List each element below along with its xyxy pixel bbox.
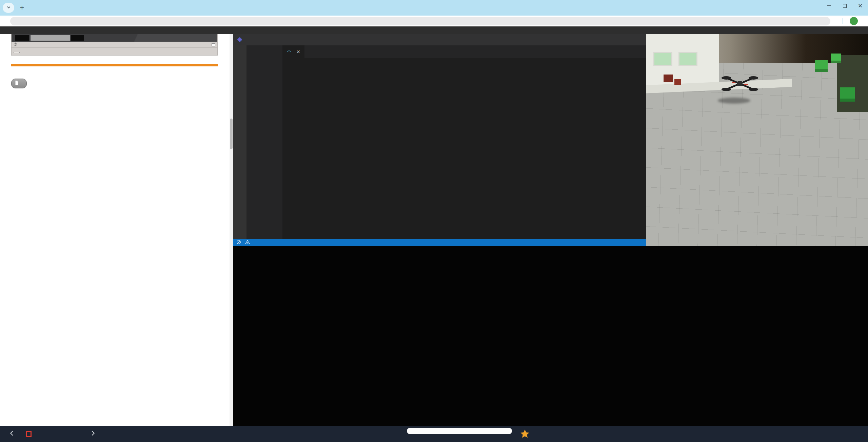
errors-icon	[236, 240, 241, 246]
course-progress	[407, 427, 512, 434]
notebook-panel-header	[0, 26, 233, 34]
maroon-box	[674, 79, 681, 85]
maximize-button[interactable]	[837, 0, 852, 12]
drone	[721, 72, 758, 100]
scrollbar-thumb[interactable]	[230, 119, 233, 149]
close-window-button[interactable]: ✕	[852, 0, 868, 12]
notebook-body	[0, 34, 233, 108]
terminals-region	[233, 246, 868, 426]
breadcrumb	[282, 58, 646, 66]
back-arrow-icon[interactable]	[8, 429, 16, 438]
green-box	[815, 60, 828, 72]
clock-icon	[14, 42, 17, 48]
ide-panel-header	[233, 26, 646, 34]
construct-logo-icon	[236, 36, 243, 43]
progress-bar	[407, 428, 512, 434]
browser-toolbar	[0, 16, 868, 26]
close-tab-icon[interactable]: ✕	[296, 49, 300, 55]
profile-avatar[interactable]	[850, 17, 858, 25]
ide-status-bar	[233, 239, 646, 246]
rviz-3d-fragment	[12, 34, 217, 42]
xml-file-icon: <>	[287, 49, 292, 55]
simulation-panel-header	[646, 26, 868, 34]
example-launch-file-button[interactable]	[11, 79, 27, 88]
dock-icon	[212, 43, 215, 46]
warnings-icon	[245, 240, 250, 246]
screen: + ✕	[0, 0, 868, 442]
exercise-end-banner	[11, 64, 218, 66]
editor-tab[interactable]: <> ✕	[282, 45, 304, 58]
code-area[interactable]	[282, 66, 646, 239]
browser-tab-strip: + ✕	[0, 0, 868, 16]
rviz-time-panel	[12, 42, 217, 55]
editor: <> ✕	[282, 45, 646, 239]
toolbar-divider	[843, 18, 843, 24]
notebook-panel	[0, 26, 233, 426]
explorer-sidebar	[246, 45, 282, 239]
address-bar[interactable]	[10, 17, 830, 25]
stop-recording-button[interactable]	[26, 431, 32, 437]
maroon-box	[664, 75, 673, 82]
ide-titlebar	[233, 34, 646, 45]
tab-search-button[interactable]	[3, 3, 14, 13]
app-content: <> ✕	[0, 26, 868, 426]
scene-hedge	[837, 55, 868, 112]
editor-tab-bar: <> ✕	[282, 45, 646, 58]
chevron-down-icon	[6, 5, 11, 11]
gazebo-scene[interactable]	[646, 34, 868, 246]
green-box	[831, 54, 841, 63]
star-icon[interactable]	[519, 428, 530, 441]
rviz-reset-button	[14, 52, 20, 53]
simulation-panel	[646, 26, 868, 246]
window-controls: ✕	[821, 0, 868, 16]
notebook-scrollbar[interactable]	[230, 34, 233, 426]
minimize-button[interactable]	[821, 0, 837, 12]
file-icon	[14, 80, 19, 87]
ide-panel: <> ✕	[233, 26, 646, 246]
scene-window	[678, 52, 697, 66]
new-tab-button[interactable]: +	[17, 3, 27, 13]
scene-wall	[646, 34, 719, 85]
rviz-screenshot	[11, 34, 218, 56]
activity-bar	[233, 45, 246, 239]
scene-window	[653, 52, 672, 66]
forward-arrow-icon[interactable]	[89, 429, 97, 438]
svg-text:<>: <>	[287, 49, 291, 53]
green-box	[840, 87, 855, 102]
desktop-taskbar	[0, 426, 868, 442]
